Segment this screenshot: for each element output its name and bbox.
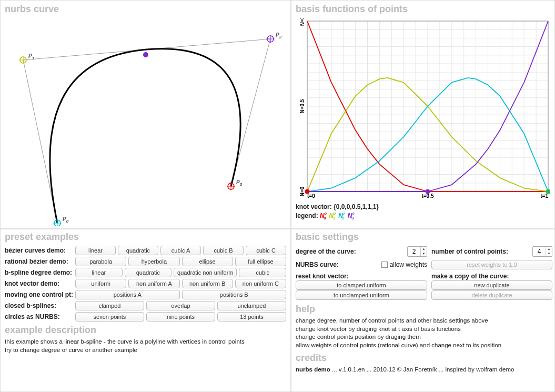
npoints-input[interactable] [533,247,546,256]
example-description-line1: this example shows a linear b-spline - t… [5,338,286,346]
nurbs-curve-title: nurbs curve [5,4,286,15]
preset-row-label: bézier curves demo: [5,247,73,254]
allow-weights-label: allow weights [390,261,427,268]
to-unclamped-button[interactable]: to unclamped uniform [296,290,427,300]
degree-stepper[interactable]: ▲▼ [407,246,427,257]
preset-button-non-uniform-c[interactable]: non uniform C [235,279,286,288]
nurbs-curve-canvas[interactable]: P0P1P2P3 [5,18,286,226]
new-duplicate-button[interactable]: new duplicate [431,280,552,290]
preset-row-label: knot vector demo: [5,280,73,287]
legend-item: N20 [320,212,326,219]
allow-weights-checkbox[interactable] [381,262,388,268]
preset-button-linear[interactable]: linear [75,246,116,255]
preset-button-parabola[interactable]: parabola [75,257,126,266]
preset-button-nine-points[interactable]: nine points [146,312,215,321]
to-clamped-button[interactable]: to clamped uniform [296,280,427,290]
preset-row-label: rational bézier demo: [5,258,73,265]
svg-text:P3: P3 [236,179,243,187]
legend-line: legend: N20N21N22N23 [296,212,550,220]
help-line: change knot vector by draging knot at t … [296,325,550,334]
basis-functions-panel: basis functions of points N=0N=0.5N=1t=0… [291,0,555,229]
basis-functions-canvas[interactable]: N=0N=0.5N=1t=0t=0.5t=1 [296,18,550,202]
preset-button-overlap[interactable]: overlap [146,301,215,310]
help-title: help [296,304,550,315]
basis-functions-title: basis functions of points [296,4,550,15]
svg-text:N=0: N=0 [299,186,305,196]
preset-button-linear[interactable]: linear [75,268,123,277]
npoints-stepper[interactable]: ▲▼ [532,246,552,257]
svg-text:t=1: t=1 [540,193,548,199]
npoints-up-icon[interactable]: ▲ [546,247,552,252]
preset-button-positions-a[interactable]: positions A [75,290,180,299]
degree-down-icon[interactable]: ▼ [421,252,427,256]
svg-point-67 [426,189,430,194]
degree-label: degree of the curve: [296,248,405,255]
legend-item: N22 [338,212,345,219]
nurbs-curve-panel: nurbs curve P0P1P2P3 [0,0,291,229]
degree-up-icon[interactable]: ▲ [421,247,427,252]
preset-button-unclamped[interactable]: unclamped [217,301,286,310]
preset-examples-panel: preset examples bézier curves demo:linea… [0,229,291,392]
preset-row-label: moving one control pt: [5,291,73,298]
npoints-down-icon[interactable]: ▼ [546,252,552,256]
preset-button-quadratic[interactable]: quadratic [125,268,172,277]
preset-button-non-uniform-b[interactable]: non uniform B [182,279,233,288]
reset-weights-button[interactable]: reset weights to 1.0 [431,260,552,269]
basic-settings-panel: basic settings degree of the curve: ▲▼ n… [291,229,555,392]
preset-examples-title: preset examples [5,232,286,243]
preset-button-full-ellipse[interactable]: full ellipse [235,257,286,266]
credits-text: nurbs demo ... v.1.0.1.en ... 2010-12 © … [296,366,550,374]
example-description-title: example description [5,325,286,336]
preset-button-cubic-c[interactable]: cubic C [246,246,286,255]
reset-knot-label: reset knot vector: [296,273,427,280]
preset-button-quadratic-non-uniform[interactable]: quadratic non uniform [174,268,237,277]
credits-title: credits [296,353,550,364]
preset-button-cubic-b[interactable]: cubic B [203,246,244,255]
preset-row-label: closed b-splines: [5,302,73,309]
svg-text:t=0: t=0 [307,193,315,199]
svg-point-66 [305,189,310,194]
svg-point-0 [143,52,148,57]
preset-button-non-uniform-a[interactable]: non uniform A [128,279,179,288]
preset-button-uniform[interactable]: uniform [75,279,126,288]
copy-label: make a copy of the curve: [431,273,552,280]
preset-row-label: b-spline degree demo: [5,269,73,276]
example-description-line2: try to change degree of curve or another… [5,346,286,355]
knot-vector-text: knot vector: {0,0,0,0.5,1,1,1} [296,203,550,210]
help-line: allow weights of control points (rationa… [296,341,550,350]
preset-button-ellipse[interactable]: ellipse [182,257,233,266]
preset-row-label: circles as NURBS: [5,313,73,320]
legend-item: N23 [348,212,354,219]
preset-button-quadratic[interactable]: quadratic [118,246,158,255]
svg-text:N=1: N=1 [299,18,305,26]
preset-button-positions-b[interactable]: positions B [182,290,287,299]
npoints-label: number of control points: [431,248,530,255]
legend-item: N21 [329,212,336,219]
delete-duplicate-button[interactable]: delete duplicate [431,290,552,300]
svg-text:P2: P2 [276,32,282,39]
preset-button-13-points[interactable]: 13 points [217,312,286,321]
svg-text:t=0.5: t=0.5 [421,193,434,199]
nurbs-curve-label: NURBS curve: [296,261,379,268]
help-line: change control points position by dragin… [296,333,550,341]
svg-text:P0: P0 [63,216,69,224]
degree-input[interactable] [408,247,420,256]
preset-button-hyperbola[interactable]: hyperbola [128,257,179,266]
help-line: change degree, number of control points … [296,317,550,325]
svg-text:N=0.5: N=0.5 [299,99,305,113]
preset-button-clamped[interactable]: clamped [75,301,144,310]
preset-button-cubic-a[interactable]: cubic A [160,246,201,255]
basic-settings-title: basic settings [296,232,550,243]
preset-button-seven-points[interactable]: seven points [75,312,144,321]
preset-button-cubic[interactable]: cubic [239,268,286,277]
